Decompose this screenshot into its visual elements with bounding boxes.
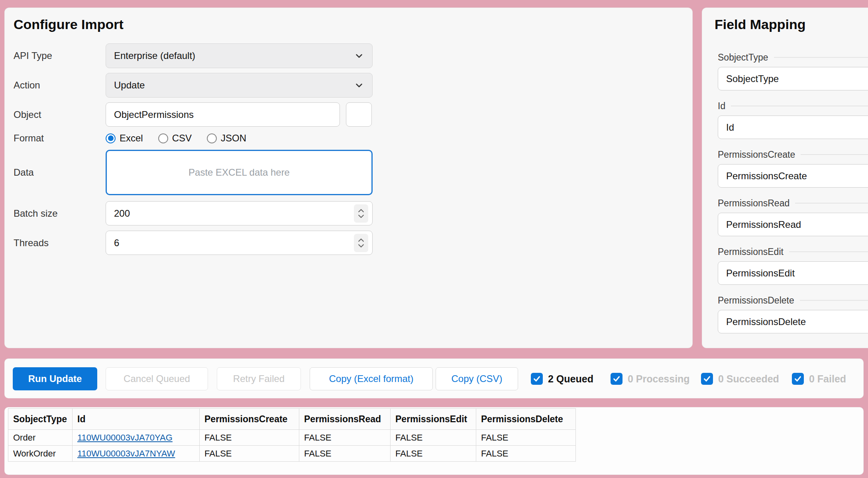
cell-sobjecttype: Order <box>8 430 73 446</box>
format-option-json[interactable]: JSON <box>207 133 246 144</box>
col-header-permissionsdelete: PermissionsDelete <box>476 409 576 430</box>
number-stepper[interactable] <box>354 234 368 252</box>
number-stepper[interactable] <box>354 204 368 223</box>
status-failed: 0 Failed <box>792 359 846 399</box>
mapping-label: PermissionsEdit <box>718 247 784 257</box>
batch-size-label: Batch size <box>14 208 106 219</box>
cell-sobjecttype: WorkOrder <box>8 446 73 462</box>
col-header-sobjecttype: SobjectType <box>8 409 73 430</box>
divider <box>789 251 868 252</box>
results-panel: SobjectType Id PermissionsCreate Permiss… <box>4 407 864 475</box>
configure-import-panel: Configure Import API Type Enterprise (de… <box>4 8 693 348</box>
run-update-button[interactable]: Run Update <box>13 367 97 390</box>
cell-permissionsread: FALSE <box>299 446 391 462</box>
format-row: Format Excel CSV JSON <box>14 129 246 147</box>
cell-permissionsdelete: FALSE <box>476 430 576 446</box>
table-header-row: SobjectType Id PermissionsCreate Permiss… <box>8 409 576 430</box>
status-label: 2 Queued <box>548 373 593 385</box>
format-option-label: CSV <box>172 133 192 144</box>
record-id-link[interactable]: 110WU00003vJA7NYAW <box>77 449 175 458</box>
object-status-box <box>346 102 372 127</box>
format-option-excel[interactable]: Excel <box>106 133 143 144</box>
status-label: 0 Failed <box>809 373 846 385</box>
mapping-input-permissionsdelete[interactable]: PermissionsDelete <box>718 310 868 333</box>
cell-permissionsedit: FALSE <box>391 446 476 462</box>
status-label: 0 Processing <box>628 373 690 385</box>
failed-checkbox[interactable] <box>792 373 804 385</box>
mapping-value: PermissionsDelete <box>726 316 806 327</box>
batch-size-row: Batch size 200 <box>14 201 373 225</box>
radio-icon <box>207 133 217 143</box>
radio-selected-icon <box>106 133 116 143</box>
mapping-label: PermissionsRead <box>718 198 789 209</box>
check-icon <box>703 374 711 383</box>
mapping-label-row: PermissionsDelete <box>718 294 868 307</box>
divider <box>801 154 868 155</box>
api-type-value: Enterprise (default) <box>114 50 195 61</box>
data-label: Data <box>14 167 106 178</box>
format-option-csv[interactable]: CSV <box>158 133 192 144</box>
mapping-input-permissionsedit[interactable]: PermissionsEdit <box>718 261 868 285</box>
chevron-down-icon <box>354 80 364 90</box>
cell-id: 110WU00003vJA7NYAW <box>73 446 200 462</box>
radio-icon <box>158 133 168 143</box>
mapping-value: SobjectType <box>726 73 779 84</box>
processing-checkbox[interactable] <box>611 373 623 385</box>
retry-failed-button[interactable]: Retry Failed <box>217 367 301 390</box>
queued-checkbox[interactable] <box>531 373 543 385</box>
col-header-permissionscreate: PermissionsCreate <box>200 409 299 430</box>
divider <box>800 300 868 301</box>
actions-toolbar: Run Update Cancel Queued Retry Failed Co… <box>4 358 864 398</box>
copy-excel-button[interactable]: Copy (Excel format) <box>310 367 433 390</box>
succeeded-checkbox[interactable] <box>701 373 713 385</box>
object-value: ObjectPermissions <box>114 109 194 120</box>
check-icon <box>532 374 541 383</box>
mapping-label: Id <box>718 101 725 112</box>
cell-permissionscreate: FALSE <box>200 430 299 446</box>
chevron-down-icon <box>354 51 364 61</box>
stepper-down-icon <box>357 243 365 249</box>
batch-size-value: 200 <box>114 208 130 219</box>
cell-id: 110WU00003vJA70YAG <box>73 430 200 446</box>
api-type-select[interactable]: Enterprise (default) <box>106 43 373 68</box>
cell-permissionscreate: FALSE <box>200 446 299 462</box>
cancel-queued-button[interactable]: Cancel Queued <box>106 367 208 390</box>
mapping-input-id[interactable]: Id <box>718 116 868 139</box>
format-radio-group: Excel CSV JSON <box>106 133 246 144</box>
format-option-label: JSON <box>221 133 246 144</box>
threads-value: 6 <box>114 237 119 249</box>
cell-permissionsdelete: FALSE <box>476 446 576 462</box>
mapping-label: SobjectType <box>718 52 768 63</box>
api-type-label: API Type <box>14 50 106 61</box>
object-label: Object <box>14 109 106 120</box>
copy-csv-button[interactable]: Copy (CSV) <box>436 367 518 390</box>
format-label: Format <box>14 133 106 144</box>
stepper-down-icon <box>357 214 365 219</box>
batch-size-input[interactable]: 200 <box>106 201 373 225</box>
mapping-label: PermissionsDelete <box>718 295 794 306</box>
api-type-row: API Type Enterprise (default) <box>14 43 373 68</box>
table-row: Order 110WU00003vJA70YAG FALSE FALSE FAL… <box>8 430 576 446</box>
action-label: Action <box>14 80 106 91</box>
object-input[interactable]: ObjectPermissions <box>106 102 340 127</box>
mapping-input-sobjecttype[interactable]: SobjectType <box>718 67 868 90</box>
record-id-link[interactable]: 110WU00003vJA70YAG <box>77 433 173 443</box>
threads-input[interactable]: 6 <box>106 231 373 255</box>
mapping-value: PermissionsEdit <box>726 268 795 279</box>
field-mapping-panel: Field Mapping SobjectType SobjectType Id… <box>702 8 868 348</box>
action-select[interactable]: Update <box>106 73 373 98</box>
action-row: Action Update <box>14 73 373 98</box>
mapping-value: PermissionsRead <box>726 219 801 230</box>
data-paste-textarea[interactable]: Paste EXCEL data here <box>106 150 373 195</box>
mapping-input-permissionsread[interactable]: PermissionsRead <box>718 213 868 236</box>
threads-row: Threads 6 <box>14 231 373 255</box>
cell-permissionsread: FALSE <box>299 430 391 446</box>
check-icon <box>793 374 802 383</box>
mapping-input-permissionscreate[interactable]: PermissionsCreate <box>718 164 868 188</box>
divider <box>731 106 868 106</box>
mapping-label-row: PermissionsCreate <box>718 148 868 161</box>
status-succeeded: 0 Succeeded <box>701 359 779 399</box>
status-label: 0 Succeeded <box>718 373 779 385</box>
threads-label: Threads <box>14 237 106 249</box>
stepper-up-icon <box>357 208 365 214</box>
